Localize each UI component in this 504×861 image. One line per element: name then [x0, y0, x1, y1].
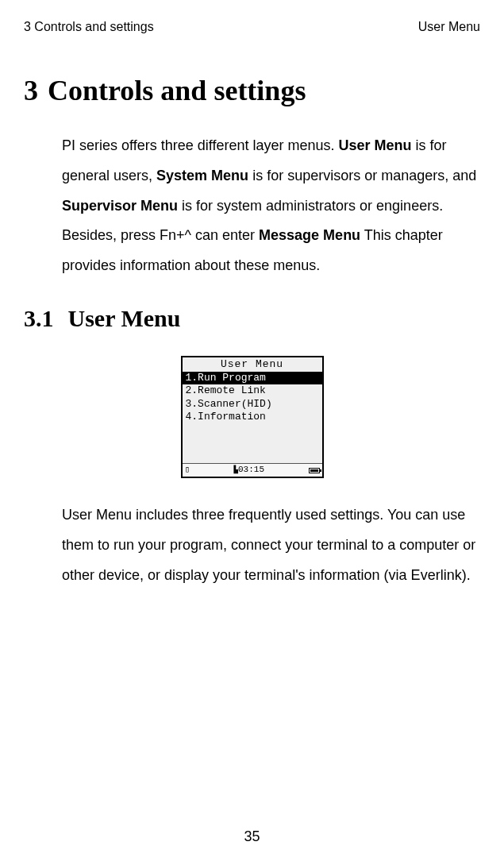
section-number: 3.1: [24, 305, 54, 332]
lcd-item-4: 4.Information: [183, 411, 322, 423]
header-left: 3 Controls and settings: [24, 20, 154, 34]
text-segment: PI series offers three different layer m…: [62, 137, 339, 153]
header-right: User Menu: [418, 20, 480, 34]
lcd-item-1: 1.Run Program: [183, 372, 322, 384]
text-segment: is for supervisors or managers, and: [248, 168, 476, 183]
lcd-clock: ▙03:15: [234, 465, 264, 476]
lcd-item-3: 3.Scanner(HID): [183, 398, 322, 411]
bold-system-menu: System Menu: [156, 168, 248, 183]
lcd-status-bar: ▯ ▙03:15: [183, 463, 322, 477]
lcd-item-2: 2.Remote Link: [183, 384, 322, 397]
page-number: 35: [0, 828, 504, 845]
bold-supervisor-menu: Supervisor Menu: [62, 198, 178, 214]
body-paragraph: User Menu includes three frequently used…: [62, 500, 480, 590]
chapter-heading: 3Controls and settings: [24, 74, 480, 107]
lcd-title: User Menu: [183, 357, 322, 372]
signal-icon: ▯: [185, 465, 190, 476]
bold-message-menu: Message Menu: [259, 227, 360, 243]
page-header: 3 Controls and settings User Menu: [24, 20, 480, 34]
chapter-title: Controls and settings: [48, 75, 306, 106]
lcd-screenshot: User Menu 1.Run Program 2.Remote Link 3.…: [24, 356, 480, 478]
lcd-empty-area: [183, 423, 322, 463]
section-heading: 3.1User Menu: [24, 305, 480, 332]
bold-user-menu: User Menu: [339, 137, 412, 153]
section-title: User Menu: [68, 305, 181, 331]
battery-icon: [309, 468, 320, 473]
intro-paragraph: PI series offers three different layer m…: [62, 131, 480, 281]
lcd-frame: User Menu 1.Run Program 2.Remote Link 3.…: [181, 356, 324, 478]
chapter-number: 3: [24, 74, 38, 107]
